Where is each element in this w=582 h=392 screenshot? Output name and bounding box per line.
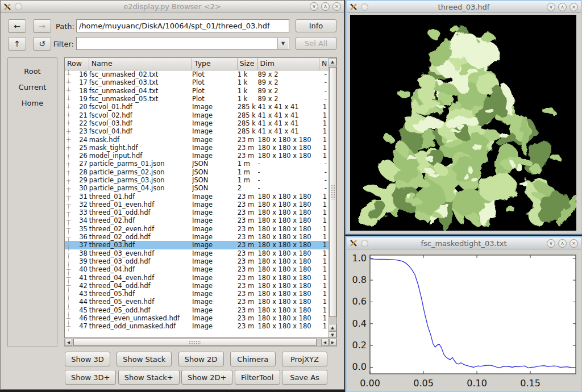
plot-titlebar[interactable]: fsc_maskedtight_03.txt ∨∧× (347, 237, 581, 249)
table-row[interactable]: 40threed_04.hdfImage23 m180 x 180 x 1801 (65, 265, 329, 273)
table-row[interactable]: 37threed_03.hdfImage23 m180 x 180 x 1801 (65, 241, 329, 249)
window-close-button[interactable]: × (569, 3, 578, 11)
table-row[interactable]: 18fsc_unmasked_04.txtPlot1 k89 x 2- (65, 87, 329, 95)
table-row[interactable]: 43threed_05.hdfImage23 m180 x 180 x 1801 (65, 290, 329, 298)
table-row[interactable]: 44threed_05_even.hdfImage23 m180 x 180 x… (65, 298, 329, 306)
projxyz-button[interactable]: ProjXYZ (282, 352, 327, 366)
cell-n: 1 (319, 233, 329, 241)
filter-dropdown-button[interactable]: ▼ (277, 38, 288, 49)
back-button[interactable]: ← (8, 19, 26, 33)
table-row[interactable]: 46threed_even_unmasked.hdfImage23 m180 x… (65, 314, 329, 322)
table-row[interactable]: 34threed_02.hdfImage23 m180 x 180 x 1801 (65, 216, 329, 224)
window-minimize-button[interactable]: ∨ (547, 239, 555, 248)
table-row[interactable]: 26model_input.hdfImage23 m180 x 180 x 18… (65, 152, 329, 160)
scroll-up-button-2[interactable]: ▲ (329, 324, 336, 331)
path-input[interactable] (76, 19, 289, 32)
cell-n: 1 (319, 249, 329, 257)
table-row[interactable]: 33threed_01_odd.hdfImage23 m180 x 180 x … (65, 208, 329, 216)
cell-dim: 41 x 41 x 41 (258, 111, 320, 119)
cell-name: fsc_unmasked_02.txt (89, 70, 192, 78)
window-minimize-button[interactable]: ∨ (547, 3, 555, 11)
table-row[interactable]: 39threed_03_odd.hdfImage23 m180 x 180 x … (65, 257, 329, 265)
window-maximize-button[interactable]: ∧ (321, 2, 330, 11)
vertical-scrollbar-thumb[interactable] (329, 67, 336, 317)
table-row[interactable]: 17fsc_unmasked_03.txtPlot1 k89 x 2- (65, 78, 329, 86)
table-row[interactable]: 47threed_odd_unmasked.hdfImage23 m180 x … (65, 322, 329, 330)
cell-dim: 180 x 180 x 180 (258, 208, 320, 216)
fsc-plot[interactable]: 0.000.050.100.150.00.20.40.60.81.0 (347, 250, 580, 391)
table-row[interactable]: 31threed_01.hdfImage23 m180 x 180 x 1801 (65, 192, 329, 200)
scroll-right-button[interactable]: ▶ (329, 339, 336, 346)
table-row[interactable]: 30particle_parms_04.jsonJSON2-- (65, 184, 329, 192)
table-row[interactable]: 42threed_04_odd.hdfImage23 m180 x 180 x … (65, 282, 329, 290)
table-row[interactable]: 41threed_04_even.hdfImage23 m180 x 180 x… (65, 273, 329, 281)
table-row[interactable]: 24mask.hdfImage23 m180 x 180 x 1801 (65, 135, 329, 143)
column-header-row[interactable]: Row (65, 58, 89, 70)
scroll-down-button[interactable]: ▼ (329, 331, 336, 338)
window-menu-button[interactable] (361, 240, 368, 247)
cell-size: 285 k (238, 127, 258, 135)
show-3d-button[interactable]: Show 3D (65, 352, 110, 366)
vertical-scrollbar[interactable]: ▲ ▲ ▼ (329, 58, 336, 338)
scroll-up-button[interactable]: ▲ (329, 58, 336, 65)
column-header-n[interactable]: N (319, 58, 329, 70)
column-header-size[interactable]: Size (238, 58, 258, 70)
table-row[interactable]: 28particle_parms_02.jsonJSON1 m-- (65, 168, 329, 176)
table-row[interactable]: 38threed_03_even.hdfImage23 m180 x 180 x… (65, 249, 329, 257)
row-number: 27 (72, 160, 89, 168)
window-minimize-button[interactable]: ∨ (310, 2, 318, 11)
column-header-type[interactable]: Type (192, 58, 238, 70)
column-header-dim[interactable]: Dim (258, 58, 320, 70)
viewer-titlebar[interactable]: threed_03.hdf ∨∧× (347, 1, 581, 13)
table-row[interactable]: 23fscvol_04.hdfImage285 k41 x 41 x 411 (65, 127, 329, 135)
browser-titlebar[interactable]: e2display.py Browser <2> ∨∧× (1, 1, 344, 13)
show-stack-button[interactable]: Show Stack (117, 352, 172, 366)
show-2d-button[interactable]: Show 2D (178, 352, 224, 366)
cell-dim: 180 x 180 x 180 (258, 298, 320, 306)
isosurface-viewport[interactable] (350, 15, 576, 231)
select-all-button[interactable]: Sel All (296, 37, 336, 50)
table-row[interactable]: 35threed_02_even.hdfImage23 m180 x 180 x… (65, 225, 329, 233)
refresh-button[interactable]: ↺ (33, 37, 51, 51)
window-menu-button[interactable] (15, 3, 22, 10)
table-row[interactable]: 16fsc_unmasked_02.txtPlot1 k89 x 2- (65, 70, 329, 78)
table-row[interactable]: 19fsc_unmasked_05.txtPlot1 k89 x 2- (65, 95, 329, 103)
show-stack--button[interactable]: Show Stack+ (118, 370, 180, 385)
table-row[interactable]: 27particle_parms_01.jsonJSON1 m-- (65, 160, 329, 168)
show-3d--button[interactable]: Show 3D+ (65, 370, 116, 385)
window-maximize-button[interactable]: ∧ (558, 3, 567, 11)
window-close-button[interactable]: × (332, 2, 341, 11)
cell-dim: 180 x 180 x 180 (258, 201, 320, 208)
show-2d--button[interactable]: Show 2D+ (181, 370, 232, 385)
window-close-button[interactable]: × (569, 239, 578, 248)
horizontal-scrollbar[interactable]: ◀ ◀ ▶ (64, 339, 337, 347)
scroll-left-button-2[interactable]: ◀ (321, 339, 329, 346)
table-row[interactable]: 21fscvol_02.hdfImage285 k41 x 41 x 411 (65, 111, 329, 119)
filter-combobox[interactable]: ▼ (76, 37, 289, 50)
table-row[interactable]: 20fscvol_01.hdfImage285 k41 x 41 x 411 (65, 103, 329, 111)
table-row[interactable]: 32threed_01_even.hdfImage23 m180 x 180 x… (65, 201, 329, 208)
up-button[interactable]: ↑ (8, 37, 26, 51)
cell-name: particle_parms_04.json (89, 184, 192, 192)
table-row[interactable]: 45threed_05_odd.hdfImage23 m180 x 180 x … (65, 306, 329, 314)
forward-button[interactable]: → (33, 19, 51, 33)
table-row[interactable]: 25mask_tight.hdfImage23 m180 x 180 x 180… (65, 144, 329, 152)
table-row[interactable]: 36threed_02_odd.hdfImage23 m180 x 180 x … (65, 233, 329, 241)
info-button[interactable]: Info (296, 19, 336, 32)
table-row[interactable]: 22fscvol_03.hdfImage285 k41 x 41 x 411 (65, 119, 329, 127)
filtertool-button[interactable]: FilterTool (235, 370, 280, 385)
chimera-button[interactable]: Chimera (230, 352, 276, 366)
sidebar-item-home[interactable]: Home (8, 98, 57, 109)
scroll-left-button[interactable]: ◀ (65, 339, 72, 346)
save-as-button[interactable]: Save As (282, 370, 327, 385)
window-menu-button[interactable] (361, 3, 368, 11)
sidebar-item-current[interactable]: Current (8, 82, 57, 93)
horizontal-scrollbar-thumb[interactable] (73, 339, 317, 346)
row-number: 36 (72, 233, 89, 241)
scroll-up-icon: ▲ (331, 326, 334, 330)
table-header[interactable]: RowNameTypeSizeDimN (65, 58, 329, 70)
column-header-name[interactable]: Name (89, 58, 192, 70)
window-maximize-button[interactable]: ∧ (558, 239, 567, 248)
sidebar-item-root[interactable]: Root (8, 66, 57, 77)
table-row[interactable]: 29particle_parms_03.jsonJSON1 m-- (65, 176, 329, 184)
